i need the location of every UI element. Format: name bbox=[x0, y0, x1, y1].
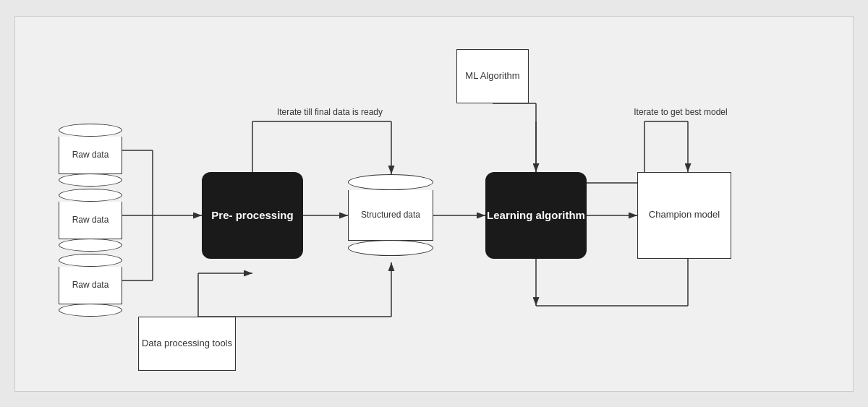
learning-algorithm-box: Learning algorithm bbox=[485, 172, 587, 259]
data-processing-tools-box: Data processing tools bbox=[138, 317, 236, 371]
raw-data-cylinder-3: Raw data bbox=[59, 254, 122, 317]
preprocessing-box: Pre- processing bbox=[202, 172, 303, 259]
preprocessing-label: Pre- processing bbox=[211, 207, 293, 223]
diagram-container: Raw data Raw data Raw data Pre- processi… bbox=[14, 16, 854, 392]
champion-model-label: Champion model bbox=[649, 208, 720, 221]
raw-data-label-2: Raw data bbox=[59, 202, 122, 239]
structured-data-label: Structured data bbox=[348, 190, 433, 241]
data-processing-tools-label: Data processing tools bbox=[142, 337, 232, 350]
iterate-data-label: Iterate till final data is ready bbox=[258, 107, 402, 117]
raw-data-label-1: Raw data bbox=[59, 137, 122, 174]
ml-algorithm-box: ML Algorithm bbox=[456, 49, 529, 103]
raw-data-cylinder-1: Raw data bbox=[59, 124, 122, 187]
raw-data-cylinder-2: Raw data bbox=[59, 189, 122, 252]
structured-data-cylinder: Structured data bbox=[348, 174, 433, 256]
raw-data-label-3: Raw data bbox=[59, 267, 122, 304]
learning-algorithm-label: Learning algorithm bbox=[487, 207, 585, 223]
champion-model-box: Champion model bbox=[637, 172, 731, 259]
ml-algorithm-label: ML Algorithm bbox=[465, 69, 519, 82]
iterate-model-label: Iterate to get best model bbox=[608, 107, 753, 117]
